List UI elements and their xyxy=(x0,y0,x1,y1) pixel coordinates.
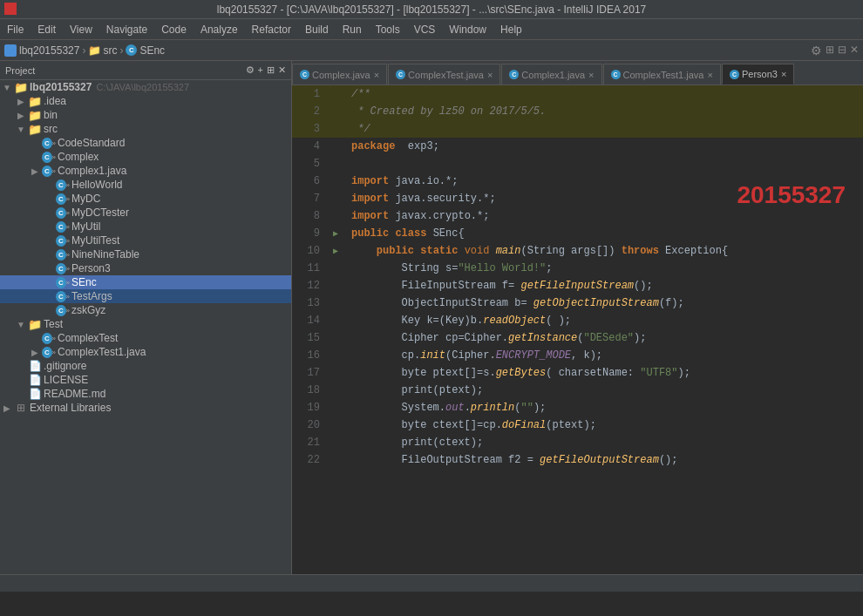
breadcrumb-src[interactable]: 📁 src xyxy=(88,44,117,57)
tree-root[interactable]: ▼ 📁 lbq20155327 C:\JAVA\lbq20155327 xyxy=(0,80,291,94)
tree-test[interactable]: ▼ 📁 Test xyxy=(0,317,291,331)
nav-icons: ⚙ ⊞ ⊟ ✕ xyxy=(811,44,859,58)
myutilt-label: MyUtilTest xyxy=(71,234,119,247)
menu-tools[interactable]: Tools xyxy=(369,19,407,39)
menu-build[interactable]: Build xyxy=(298,19,336,39)
tree-complex1[interactable]: ▶ C» Complex1.java xyxy=(0,164,291,178)
menu-analyze[interactable]: Analyze xyxy=(194,19,245,39)
settings-icon[interactable]: ⚙ xyxy=(811,44,822,58)
menu-navigate[interactable]: Navigate xyxy=(99,19,154,39)
src-folder-icon: 📁 xyxy=(88,44,101,57)
complex-label: Complex xyxy=(58,151,99,163)
code-line-8: 8 import javax.crypto.*; xyxy=(292,207,863,225)
tree-mydc[interactable]: C» MyDC xyxy=(0,192,291,206)
tab-person3[interactable]: C Person3 × xyxy=(722,64,794,85)
tree-helloworld[interactable]: C» HelloWorld xyxy=(0,178,291,192)
ta-icon: C» xyxy=(56,290,70,302)
tab-complextest1[interactable]: C ComplexTest1.java × xyxy=(603,64,721,85)
breadcrumb: lbq20155327 › 📁 src › C SEnc ⚙ ⊞ ⊟ ✕ xyxy=(0,40,863,61)
tab-c1-close[interactable]: × xyxy=(588,70,594,80)
tree-complextest[interactable]: C» ComplexTest xyxy=(0,331,291,345)
complex1-label: Complex1.java xyxy=(58,165,126,177)
hw-label: HelloWorld xyxy=(71,179,122,191)
sidebar-close-icon[interactable]: ✕ xyxy=(278,64,286,76)
sidebar-settings-icon[interactable]: ⚙ xyxy=(246,64,255,76)
tab-complex1[interactable]: C Complex1.java × xyxy=(501,64,601,85)
tree-idea[interactable]: ▶ 📁 .idea xyxy=(0,94,291,108)
sidebar-gear-icon[interactable]: ⊞ xyxy=(267,64,275,76)
expand-icon[interactable]: ⊞ xyxy=(826,44,834,58)
tree-complextest1[interactable]: ▶ C» ComplexTest1.java xyxy=(0,345,291,359)
tree-complex[interactable]: C» Complex xyxy=(0,150,291,164)
run-arrow-10: ▶ xyxy=(333,246,338,256)
tree-bin[interactable]: ▶ 📁 bin xyxy=(0,108,291,122)
tab-p3-icon: C xyxy=(730,70,739,79)
close-icon[interactable]: ✕ xyxy=(850,44,859,58)
tab-complex-icon: C xyxy=(300,70,309,79)
tree-readme[interactable]: 📄 README.md xyxy=(0,387,291,401)
tree-myutiltest[interactable]: C» MyUtilTest xyxy=(0,234,291,247)
editor-panel: C Complex.java × C ComplexTest.java × C … xyxy=(292,61,863,574)
tree-extlibs[interactable]: ▶ ⊞ External Libraries xyxy=(0,401,291,415)
menu-window[interactable]: Window xyxy=(442,19,493,39)
nnt-icon: C» xyxy=(56,248,70,261)
code-line-22: 22 FileOutputStream f2 = getFileOutputSt… xyxy=(292,451,863,469)
ct1-label: ComplexTest1.java xyxy=(58,346,146,358)
mydc-label: MyDC xyxy=(71,193,100,205)
tree-license[interactable]: 📄 LICENSE xyxy=(0,373,291,387)
code-editor[interactable]: 20155327 1 /** 2 * Created by lz50 on 20… xyxy=(292,85,863,574)
tabs-bar: C Complex.java × C ComplexTest.java × C … xyxy=(292,61,863,85)
menu-edit[interactable]: Edit xyxy=(31,19,63,39)
tab-p3-close[interactable]: × xyxy=(781,69,786,79)
tree-myutil[interactable]: C» MyUtil xyxy=(0,220,291,234)
breadcrumb-project-label: lbq20155327 xyxy=(19,44,79,57)
code-line-5: 5 xyxy=(292,155,863,173)
tree-zskgyz[interactable]: C» zskGyz xyxy=(0,303,291,317)
code-line-18: 18 print(ptext); xyxy=(292,382,863,399)
menu-run[interactable]: Run xyxy=(336,19,369,39)
senc-label: SEnc xyxy=(71,276,97,288)
el-expand-arrow: ▶ xyxy=(0,403,14,413)
tree-testargs[interactable]: C» TestArgs xyxy=(0,289,291,303)
menu-code[interactable]: Code xyxy=(154,19,194,39)
breadcrumb-senc[interactable]: C SEnc xyxy=(126,44,165,57)
menu-view[interactable]: View xyxy=(63,19,99,39)
code-line-13: 13 ObjectInputStream b= getObjectInputSt… xyxy=(292,294,863,312)
code-line-15: 15 Cipher cp=Cipher.getInstance("DESede"… xyxy=(292,329,863,347)
idea-label: .idea xyxy=(44,95,66,107)
tab-ct1-close[interactable]: × xyxy=(707,70,712,80)
bin-expand-arrow: ▶ xyxy=(14,111,28,120)
sidebar-header: Project ⚙ + ⊞ ✕ xyxy=(0,61,291,80)
menu-file[interactable]: File xyxy=(0,19,31,39)
tree-person3[interactable]: C» Person3 xyxy=(0,261,291,275)
tree-mydctester[interactable]: C» MyDCTester xyxy=(0,206,291,220)
menu-vcs[interactable]: VCS xyxy=(407,19,443,39)
el-label: External Libraries xyxy=(30,402,111,414)
complex1-icon: C» xyxy=(42,165,56,177)
menubar: File Edit View Navigate Code Analyze Ref… xyxy=(0,19,863,40)
collapse-icon[interactable]: ⊟ xyxy=(838,44,846,58)
tab-complextest[interactable]: C ComplexTest.java × xyxy=(388,64,500,85)
tree-nineninestable[interactable]: C» NineNineTable xyxy=(0,247,291,261)
tab-ct1-icon: C xyxy=(611,70,621,79)
tab-ct-close[interactable]: × xyxy=(487,70,493,80)
lic-icon: 📄 xyxy=(28,374,42,386)
p3-label: Person3 xyxy=(71,262,111,274)
menu-help[interactable]: Help xyxy=(493,19,529,39)
tree-codestandard[interactable]: C» CodeStandard xyxy=(0,136,291,150)
sidebar-add-icon[interactable]: + xyxy=(258,64,263,76)
code-line-1: 1 /** xyxy=(292,85,863,103)
breadcrumb-project[interactable]: lbq20155327 xyxy=(4,44,79,57)
tree-src[interactable]: ▼ 📁 src xyxy=(0,122,291,136)
tab-complex-close[interactable]: × xyxy=(374,70,379,80)
idea-folder-icon: 📁 xyxy=(28,95,42,107)
tab-complex[interactable]: C Complex.java × xyxy=(292,64,387,85)
tree-senc[interactable]: C» SEnc xyxy=(0,275,291,289)
titlebar-text: lbq20155327 - [C:\JAVA\lbq20155327] - [l… xyxy=(217,3,647,16)
root-path: C:\JAVA\lbq20155327 xyxy=(96,82,189,92)
test-expand-arrow: ▼ xyxy=(14,320,28,329)
menu-refactor[interactable]: Refactor xyxy=(245,19,298,39)
code-line-16: 16 cp.init(Cipher.ENCRYPT_MODE, k); xyxy=(292,347,863,364)
tree-gitignore[interactable]: 📄 .gitignore xyxy=(0,359,291,373)
sidebar-actions: ⚙ + ⊞ ✕ xyxy=(246,64,286,76)
